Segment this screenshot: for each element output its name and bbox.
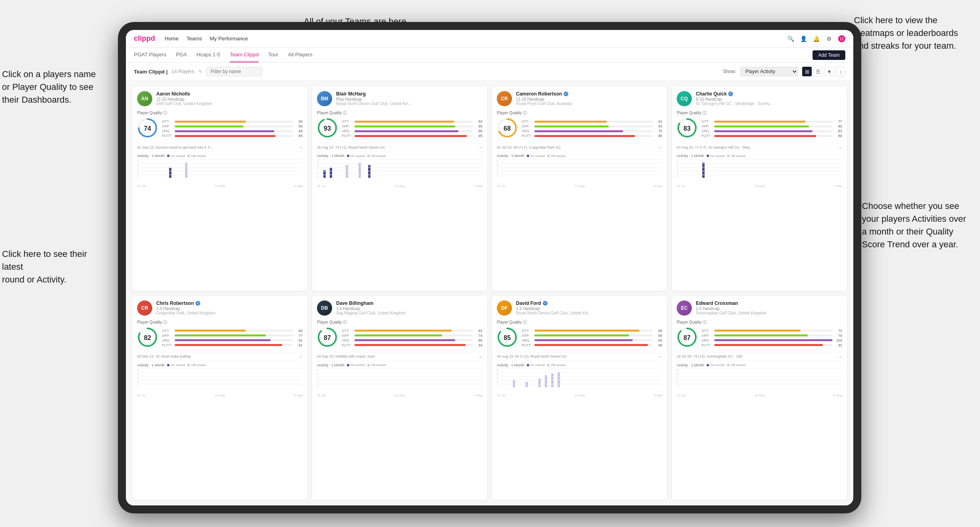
tab-all-players[interactable]: All Players <box>288 48 312 62</box>
stat-value: 79 <box>834 334 842 338</box>
quality-circle-wrap[interactable]: 74 <box>137 117 158 140</box>
tab-team-clippd[interactable]: Team Clippd <box>230 48 259 62</box>
player-card[interactable]: AN Aaron Nicholls 11-15 Handicap Drift G… <box>132 86 307 291</box>
stat-row: ARG 84 <box>162 129 303 133</box>
grid-line-2: 2 <box>677 171 842 174</box>
off-course-label: Off course <box>371 154 386 158</box>
person-icon[interactable]: 👤 <box>800 35 807 42</box>
stat-value: 85 <box>654 134 662 138</box>
quality-circle-wrap[interactable]: 68 <box>497 117 518 140</box>
grid-view-icon[interactable]: ⊞ <box>802 67 812 76</box>
stat-label: PUTT <box>342 134 353 138</box>
player-name[interactable]: Dave Billingham <box>336 300 482 306</box>
player-name[interactable]: Chris Robertson✓ <box>156 300 303 306</box>
nav-my-performance[interactable]: My Performance <box>210 36 248 42</box>
player-card[interactable]: BM Blair McHarg Plus Handicap Royal Nort… <box>312 86 487 291</box>
quality-circle-wrap[interactable]: 93 <box>317 117 338 140</box>
player-card[interactable]: CR Chris Robertson✓ 1-5 Handicap Craigmi… <box>132 296 307 500</box>
ipad-frame: clippd Home Teams My Performance 🔍 👤 🔔 ⚙… <box>118 22 861 513</box>
tab-pga[interactable]: PGA <box>176 48 187 62</box>
player-name[interactable]: Blair McHarg <box>336 91 482 97</box>
stat-value: 80 <box>834 124 842 128</box>
stat-label: ARG <box>342 338 353 342</box>
quality-score: 87 <box>324 334 331 342</box>
activity-header: Activity · 1 Month On course Off course <box>317 363 482 367</box>
settings-icon[interactable]: ⚙ <box>825 35 833 42</box>
bell-icon[interactable]: 🔔 <box>813 35 820 42</box>
quality-circle-wrap[interactable]: 85 <box>497 327 518 349</box>
activity-legend: On course Off course <box>347 363 386 367</box>
player-name[interactable]: David Ford✓ <box>516 300 662 306</box>
player-card[interactable]: CQ Charlie Quick✓ 6-10 Handicap St. Geor… <box>672 86 847 291</box>
chart-label-start: 31 Jul <box>317 394 325 397</box>
stat-value: 60 <box>295 329 303 333</box>
show-select[interactable]: Player Activity Quality Score Trend <box>740 67 798 76</box>
legend-off-course: Off course <box>727 363 745 367</box>
stat-value: 82 <box>474 329 482 333</box>
on-course-dot <box>347 364 349 366</box>
quality-circle-wrap[interactable]: 82 <box>137 327 158 349</box>
chart-label-mid: 21 Aug <box>215 394 225 397</box>
latest-round[interactable]: 26 Aug 23: 84 (+12), Royal North Devon G… <box>497 352 662 361</box>
stat-fill <box>175 130 274 132</box>
user-avatar[interactable]: U <box>838 35 845 42</box>
player-card[interactable]: EC Edward Crossman 1-5 Handicap Sunningd… <box>672 296 847 500</box>
filter-icon[interactable]: ▼ <box>825 67 834 76</box>
stat-row: PUTT 94 <box>342 343 482 347</box>
quality-section: 87 OTT 82 APP 74 ARG 85 PUTT <box>317 327 482 349</box>
tab-pgat-players[interactable]: PGAT Players <box>134 48 166 62</box>
stat-bar <box>175 135 293 137</box>
chart-labels: 31 Jul 21 Aug 4 Sep <box>677 394 842 397</box>
add-team-button[interactable]: Add Team <box>813 50 845 60</box>
quality-circle-wrap[interactable]: 83 <box>677 117 697 140</box>
search-input[interactable] <box>206 67 262 76</box>
chart-grid: 5 4 3 2 1 <box>497 159 662 178</box>
stat-row: PUTT 91 <box>162 343 303 347</box>
latest-round-text: 03 Mar 23: 19, Must make putting <box>137 354 191 358</box>
latest-round[interactable]: 18 Jul 23: 74 (+4), Sunningdale GC - Old… <box>677 352 842 361</box>
latest-round[interactable]: 26 Aug 23: 73 (+1), Royal North Devon GC… <box>317 143 482 151</box>
activity-title: Activity · 1 Month <box>677 363 704 367</box>
player-card[interactable]: CR Cameron Robertson✓ 11-15 Handicap Roy… <box>492 86 667 291</box>
edit-icon[interactable]: ✎ <box>198 69 202 74</box>
list-view-icon[interactable]: ☰ <box>813 67 823 76</box>
quality-circle-wrap[interactable]: 87 <box>317 327 338 349</box>
stat-label: OTT <box>162 119 173 123</box>
tab-tour[interactable]: Tour <box>268 48 278 62</box>
player-card[interactable]: DB Dave Billingham 1-5 Handicap Sag Magi… <box>312 296 487 500</box>
latest-round[interactable]: 02 Sep 23: Sunrise round to get back int… <box>137 143 303 151</box>
activity-legend: On course Off course <box>167 363 206 367</box>
quality-score: 83 <box>683 125 691 132</box>
search-icon[interactable]: 🔍 <box>787 35 794 42</box>
chart-area: 5 4 3 2 1 <box>137 159 303 183</box>
latest-round[interactable]: 02 Jul 23: 59 (+17), Craigmillar Park GC… <box>497 143 662 151</box>
stat-fill <box>534 135 635 137</box>
player-name[interactable]: Edward Crossman <box>696 300 842 306</box>
stat-label: APP <box>701 334 713 338</box>
activity-section: Activity · 1 Month On course Off course … <box>497 363 662 397</box>
activity-section: Activity · 1 Month On course Off course … <box>317 154 482 188</box>
latest-round[interactable]: 07 Aug 23: 77 (+7), St George's Hill GC … <box>677 143 842 151</box>
nav-teams[interactable]: Teams <box>187 36 202 42</box>
quality-circle-wrap[interactable]: 87 <box>677 327 697 349</box>
latest-round[interactable]: 04 Sep 23: Mobility with coach, Gym → <box>317 352 482 361</box>
stat-row: PUTT 86 <box>701 134 842 138</box>
stats-grid: OTT 73 APP 79 ARG 103 PUTT 92 <box>701 329 842 347</box>
tab-hcaps[interactable]: Hcaps 1-5 <box>197 48 220 62</box>
sort-icon[interactable]: ↕ <box>836 67 845 76</box>
player-card[interactable]: DF David Ford✓ 1-5 Handicap Royal North … <box>492 296 667 500</box>
player-handicap: 11-15 Handicap <box>156 97 303 101</box>
player-name[interactable]: Charlie Quick✓ <box>696 91 842 97</box>
player-name[interactable]: Cameron Robertson✓ <box>516 91 662 97</box>
stat-row: APP 79 <box>701 334 842 338</box>
player-name[interactable]: Aaron Nicholls <box>156 91 303 97</box>
stat-bar <box>175 339 293 341</box>
activity-bar <box>551 374 554 387</box>
stat-value: 91 <box>295 343 303 347</box>
off-course-label: Off course <box>191 363 206 367</box>
latest-round[interactable]: 03 Mar 23: 19, Must make putting → <box>137 352 303 361</box>
player-header: AN Aaron Nicholls 11-15 Handicap Drift G… <box>137 91 303 106</box>
latest-round-text: 18 Jul 23: 74 (+4), Sunningdale GC - Old <box>677 354 742 358</box>
nav-home[interactable]: Home <box>165 36 179 42</box>
stat-label: PUTT <box>522 343 533 347</box>
